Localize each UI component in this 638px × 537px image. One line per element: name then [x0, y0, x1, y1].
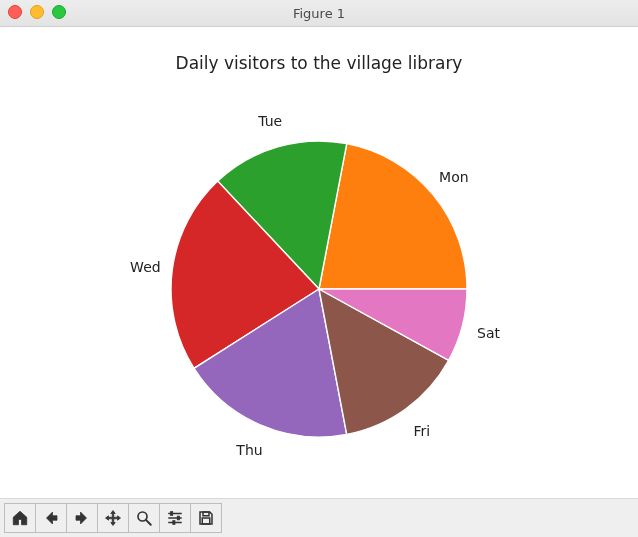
- traffic-lights: [8, 5, 66, 19]
- pie-slice-label: Wed: [130, 259, 161, 275]
- configure-subplots-button[interactable]: [159, 503, 191, 533]
- titlebar: Figure 1: [0, 0, 638, 27]
- zoom-icon: [135, 509, 153, 527]
- pie-slice-label: Sat: [477, 325, 500, 341]
- home-button[interactable]: [4, 503, 36, 533]
- svg-rect-9: [202, 518, 210, 524]
- back-button[interactable]: [35, 503, 67, 533]
- pan-button[interactable]: [97, 503, 129, 533]
- pie-slice-label: Fri: [414, 423, 431, 439]
- svg-line-1: [146, 520, 151, 525]
- svg-rect-5: [171, 512, 173, 516]
- pie-slice-label: Mon: [439, 169, 469, 185]
- pie-slice-label: Tue: [258, 113, 282, 129]
- maximize-icon[interactable]: [52, 5, 66, 19]
- arrow-left-icon: [42, 509, 60, 527]
- sliders-icon: [166, 509, 184, 527]
- pie-slice-label: Thu: [236, 442, 262, 458]
- window: Figure 1 Daily visitors to the village l…: [0, 0, 638, 537]
- arrow-right-icon: [73, 509, 91, 527]
- matplotlib-toolbar: [0, 498, 638, 537]
- svg-rect-7: [173, 521, 175, 525]
- pie-chart: [0, 27, 638, 497]
- home-icon: [11, 509, 29, 527]
- zoom-button[interactable]: [128, 503, 160, 533]
- svg-rect-8: [203, 512, 209, 516]
- svg-rect-6: [177, 516, 179, 520]
- save-icon: [197, 509, 215, 527]
- close-icon[interactable]: [8, 5, 22, 19]
- window-title: Figure 1: [293, 6, 345, 21]
- save-button[interactable]: [190, 503, 222, 533]
- figure-area: Daily visitors to the village library Mo…: [0, 27, 638, 498]
- move-icon: [104, 509, 122, 527]
- forward-button[interactable]: [66, 503, 98, 533]
- minimize-icon[interactable]: [30, 5, 44, 19]
